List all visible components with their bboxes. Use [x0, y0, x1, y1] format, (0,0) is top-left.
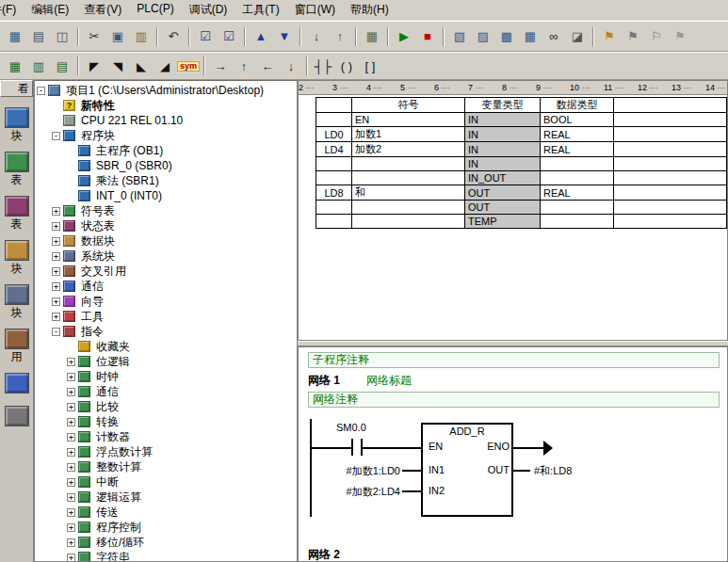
stop-button[interactable]: ■	[416, 26, 439, 47]
cell-comment[interactable]	[614, 113, 727, 127]
line-up-button[interactable]: ↑	[233, 56, 255, 76]
tree-item[interactable]: - 指令	[35, 324, 297, 339]
navbar-item-symbol-table[interactable]: 表	[5, 152, 29, 185]
sym-toggle-button[interactable]: sym	[177, 56, 200, 76]
cell-address[interactable]	[316, 113, 352, 127]
cell-address[interactable]: LD0	[316, 127, 352, 142]
tree-item[interactable]: ? 新特性	[35, 98, 297, 113]
tree-item[interactable]: + 逻辑运算	[35, 490, 297, 505]
line-left-button[interactable]: ←	[256, 56, 279, 76]
operand-in2[interactable]: #加数2:LD4	[310, 485, 400, 499]
tree-item[interactable]: + 整数计算	[35, 459, 297, 474]
network-1-label[interactable]: 网络 1	[308, 373, 340, 389]
tree-expand-toggle[interactable]: -	[52, 328, 60, 336]
paste-button[interactable]: ▥	[130, 26, 153, 47]
menu-item[interactable]: PLC(P)	[129, 0, 181, 21]
cell-symbol[interactable]	[352, 215, 465, 229]
tree-expand-toggle[interactable]: +	[67, 433, 75, 442]
cell-address[interactable]: LD8	[316, 185, 352, 201]
grid-button[interactable]: ▦	[4, 56, 26, 76]
delete-row-button[interactable]: ◢	[154, 56, 176, 76]
tree-item[interactable]: + 程序控制	[35, 520, 297, 535]
cell-symbol[interactable]: EN	[352, 113, 465, 127]
menu-item[interactable]: 帮助(H)	[343, 0, 396, 21]
cell-data-type[interactable]: BOOL	[541, 113, 614, 127]
cell-data-type[interactable]	[541, 157, 614, 171]
operand-out[interactable]: #和:LD8	[534, 464, 572, 478]
tree-expand-toggle[interactable]: +	[52, 207, 60, 216]
tree-expand-toggle[interactable]: +	[52, 252, 60, 261]
cell-data-type[interactable]	[541, 201, 614, 215]
tree-item[interactable]: CPU 221 REL 01.10	[35, 113, 297, 128]
cell-address[interactable]	[316, 171, 352, 185]
new-window-button[interactable]: ▦	[4, 26, 26, 47]
cell-symbol[interactable]: 加数2	[352, 142, 465, 157]
tree-item[interactable]: 乘法 (SBR1)	[35, 173, 297, 188]
cell-data-type[interactable]: REAL	[541, 142, 614, 157]
tree-item[interactable]: 收藏夹	[35, 339, 297, 354]
cut-button[interactable]: ✂	[83, 26, 105, 47]
tree-item[interactable]: + 数据块	[35, 233, 297, 249]
options-button[interactable]: ▦	[361, 26, 383, 47]
operand-in1[interactable]: #加数1:LD0	[310, 464, 400, 478]
program-status-button[interactable]: ▧	[448, 26, 471, 47]
cell-data-type[interactable]	[541, 215, 614, 229]
cell-symbol[interactable]	[352, 157, 465, 171]
compile-all-button[interactable]: ☑	[218, 26, 240, 47]
tree-item[interactable]: + 工具	[35, 309, 297, 324]
tree-item[interactable]: + 传送	[35, 505, 297, 520]
cell-symbol[interactable]: 加数1	[352, 127, 465, 142]
network-1-title[interactable]: 网络标题	[366, 373, 412, 389]
tree-expand-toggle[interactable]: +	[67, 508, 75, 517]
subroutine-comment[interactable]: 子程序注释	[308, 352, 720, 368]
tree-item[interactable]: - 项目1 (C:\Users\Administrator\Desktop)	[35, 83, 297, 98]
cell-var-type[interactable]: OUT	[465, 201, 541, 215]
tree-item[interactable]: + 通信	[35, 384, 297, 399]
tree-item[interactable]: + 比较	[35, 399, 297, 414]
insert-row-button[interactable]: ◣	[130, 56, 153, 76]
network-2-label[interactable]: 网络 2	[308, 547, 340, 562]
print-preview-button[interactable]: ◫	[51, 26, 73, 47]
cell-address[interactable]	[316, 215, 352, 229]
find-button[interactable]: ∞	[542, 26, 565, 47]
insert-coil-button[interactable]: ( )	[335, 56, 358, 76]
cell-comment[interactable]	[614, 215, 727, 229]
cell-var-type[interactable]: IN	[465, 113, 541, 127]
cell-symbol[interactable]: 和	[352, 185, 465, 201]
tree-item[interactable]: INT_0 (INT0)	[35, 188, 297, 203]
cell-comment[interactable]	[614, 201, 727, 215]
clear-button[interactable]: ◪	[566, 26, 589, 47]
symbolic-addressing-button[interactable]: ▤	[51, 56, 73, 76]
navbar-item-status-chart[interactable]: 表	[5, 196, 29, 230]
tree-expand-toggle[interactable]: +	[67, 373, 75, 381]
cell-var-type[interactable]: TEMP	[465, 215, 541, 229]
bookmark-next-button[interactable]: ⚑	[622, 26, 644, 47]
tree-item[interactable]: + 符号表	[35, 203, 297, 218]
cell-comment[interactable]	[614, 185, 727, 201]
navbar-item-cross-reference[interactable]: 用	[5, 329, 29, 362]
navbar-item-data-block[interactable]: 块	[5, 240, 29, 274]
tree-item[interactable]: + 中断	[35, 474, 297, 490]
navbar-item-communication[interactable]	[5, 373, 29, 395]
tree-expand-toggle[interactable]: +	[67, 358, 75, 366]
upload-button[interactable]: ▲	[250, 26, 272, 47]
tree-expand-toggle[interactable]: +	[52, 297, 60, 306]
bookmark-previous-button[interactable]: ⚐	[645, 26, 668, 47]
tree-expand-toggle[interactable]: +	[52, 237, 60, 246]
undo-button[interactable]: ↶	[162, 26, 185, 47]
insert-network-button[interactable]: ◤	[83, 56, 105, 76]
tree-expand-toggle[interactable]: -	[37, 87, 45, 95]
tree-expand-toggle[interactable]: +	[67, 463, 75, 472]
pause-program-status-button[interactable]: ▨	[472, 26, 494, 47]
insert-contact-button[interactable]: ┤├	[312, 56, 334, 76]
tree-item[interactable]: + 转换	[35, 414, 297, 429]
tree-expand-toggle[interactable]: +	[52, 313, 60, 321]
navbar-item-system-block[interactable]: 块	[5, 284, 29, 318]
tree-item[interactable]: SBR_0 (SBR0)	[35, 158, 297, 173]
menu-item[interactable]: 文件(F)	[0, 0, 24, 21]
run-button[interactable]: ▶	[393, 26, 415, 47]
cell-address[interactable]	[316, 201, 352, 215]
bookmark-clear-button[interactable]: ⚑	[669, 26, 691, 47]
tree-item[interactable]: + 位逻辑	[35, 354, 297, 369]
tree-expand-toggle[interactable]: -	[52, 132, 60, 140]
